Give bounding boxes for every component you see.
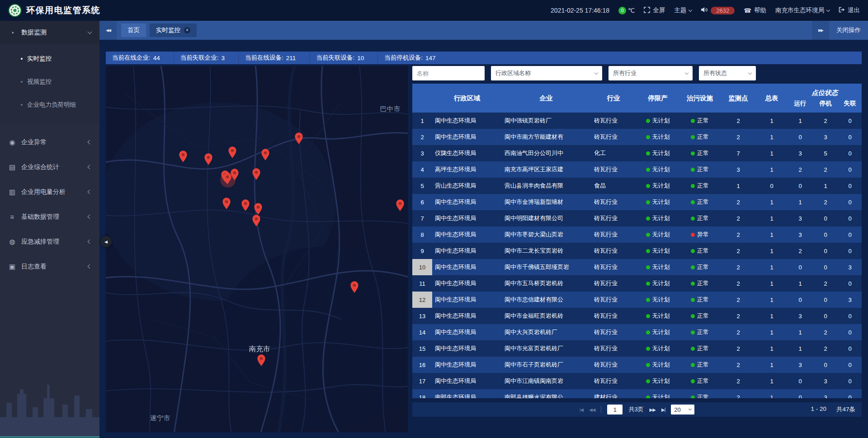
chevron-left-icon	[88, 190, 92, 194]
tab-0[interactable]: 首页	[121, 24, 146, 37]
table-row[interactable]: 7阆中生态环境局阆中明阳建材有限公司砖瓦行业无计划正常21300	[412, 210, 862, 226]
stat-item: 当前失联设备:10	[309, 52, 377, 64]
sidebar-group-label: 企业异常	[21, 138, 88, 146]
status-filter-select[interactable]: 所有状态	[699, 66, 756, 80]
speaker-icon	[701, 7, 708, 14]
chevron-down-icon	[689, 8, 692, 11]
header-company: 企业	[502, 94, 590, 103]
table-row[interactable]: 15阆中生态环境局阆中市光富页岩机砖厂砖瓦行业无计划正常21120	[412, 340, 862, 357]
sidebar-item-2[interactable]: 企业电力负荷明细	[0, 93, 99, 116]
table-row[interactable]: 16阆中生态环境局阆中市石子页岩机砖厂砖瓦行业无计划正常21300	[412, 357, 862, 373]
sidebar-group-3[interactable]: ▥企业用电量分析	[0, 179, 99, 204]
table-row[interactable]: 13阆中生态环境局阆中市金福旺页岩机砖砖瓦行业无计划正常21300	[412, 308, 862, 324]
limit-status-dot	[646, 200, 650, 204]
table-header: 行政区域 企业 行业 停限产 治污设施 监测点 总表 点位状态 运行 停机	[412, 84, 862, 113]
sidebar-menu: ◔数据监测实时监控视频监控企业电力负荷明细◉企业异常▤企业综合统计▥企业用电量分…	[0, 21, 99, 279]
first-page-button[interactable]: |◀	[580, 407, 583, 412]
table-row[interactable]: 9阆中生态环境局阆中市二龙长宝页岩砖砖瓦行业无计划正常21200	[412, 243, 862, 259]
facility-status-dot	[691, 265, 695, 269]
facility-status-label: 正常	[697, 328, 709, 336]
scroll-tabs-right-button[interactable]: ▶▶	[812, 21, 829, 40]
facility-status-dot	[691, 347, 695, 351]
sidebar-group-6[interactable]: ▣日志查看	[0, 254, 99, 279]
industry-filter-select[interactable]: 所有行业	[609, 66, 693, 80]
limit-status-dot	[646, 347, 650, 351]
stat-value: 211	[286, 55, 296, 61]
table-row[interactable]: 2阆中生态环境局阆中市南方节能建材有砖瓦行业无计划正常21030	[412, 129, 862, 145]
theme-dropdown[interactable]: 主题	[674, 6, 692, 14]
facility-status-dot	[691, 151, 695, 155]
page-number-input[interactable]: 1	[607, 405, 623, 414]
tab-bar-right: ▶▶ 关闭操作	[812, 21, 868, 40]
limit-status-label: 无计划	[652, 344, 670, 353]
table-row[interactable]: 1阆中生态环境局阆中强锐页岩砖厂砖瓦行业无计划正常21120	[412, 113, 862, 129]
sidebar-group-4[interactable]: ≡基础数据管理	[0, 204, 99, 229]
map[interactable]: 巴中市南充市遂宁市	[106, 66, 408, 432]
app-title: 环保用电监管系统	[26, 5, 100, 16]
last-page-button[interactable]: ▶|	[661, 407, 665, 412]
limit-status-dot	[646, 168, 650, 172]
scroll-tabs-left-button[interactable]: ◀◀	[99, 21, 117, 40]
table-row[interactable]: 8阆中生态环境局阆中市枣碧大梁山页岩砖瓦行业无计划异常21300	[412, 226, 862, 243]
limit-status-label: 无计划	[652, 149, 670, 157]
table-row[interactable]: 3仪陇生态环境局西南油气田分公司川中化工无计划正常71350	[412, 145, 862, 161]
notice-button[interactable]: 2632	[701, 7, 735, 14]
page-size-value: 20	[674, 406, 680, 413]
sidebar-group-5[interactable]: ◍应急减排管理	[0, 229, 99, 254]
table-row[interactable]: 6阆中生态环境局阆中市金博瑞新型墙材砖瓦行业无计划正常21120	[412, 194, 862, 210]
sidebar-group-0[interactable]: ◔数据监测	[0, 21, 99, 44]
tab-label: 首页	[127, 26, 140, 34]
chevron-down-icon	[88, 30, 92, 34]
help-button[interactable]: ☎ 帮助	[744, 6, 766, 14]
header-point-status: 点位状态	[788, 89, 862, 97]
sidebar-item-1[interactable]: 视频监控	[0, 70, 99, 93]
tab-1[interactable]: 实时监控×	[150, 24, 197, 37]
org-label: 南充市生态环境局	[775, 6, 824, 14]
table-row[interactable]: 14阆中生态环境局阆中大兴页岩机砖厂砖瓦行业无计划正常21120	[412, 324, 862, 340]
facility-status-label: 正常	[697, 393, 709, 398]
table-row[interactable]: 12阆中生态环境局阆中市忠信建材有限公砖瓦行业无计划正常21003	[412, 292, 862, 308]
region-filter-value: 行政区域名称	[495, 69, 531, 77]
total-pages-label: 共3页	[628, 405, 643, 414]
prev-page-button[interactable]: ◀◀	[589, 407, 595, 412]
name-filter-input[interactable]	[412, 66, 485, 80]
sidebar-group-2[interactable]: ▤企业综合统计	[0, 155, 99, 179]
sidebar-group-label: 企业综合统计	[21, 163, 88, 171]
next-page-button[interactable]: ▶▶	[650, 407, 656, 412]
table-row[interactable]: 10阆中生态环境局阆中市千佛镇五郎垭页岩砖瓦行业无计划正常21003	[412, 259, 862, 275]
table-row[interactable]: 18南部生态环境局南部县雄狮水泥有限公建材行业无计划正常21030	[412, 389, 862, 398]
top-header: 环保用电监管系统 2021-02-25 17:46:18 0 ℃ 全屏 主题	[0, 0, 868, 21]
stat-label: 当前停机设备:	[384, 54, 423, 62]
logout-button[interactable]: 退出	[839, 6, 860, 14]
table-row[interactable]: 11阆中生态环境局阆中市五马桥页岩机砖砖瓦行业无计划正常21120	[412, 275, 862, 292]
header-lost: 失联	[838, 99, 862, 108]
table-row[interactable]: 4高坪生态环境局南充市高坪区王家店建砖瓦行业无计划正常31220	[412, 161, 862, 178]
limit-status-dot	[646, 233, 650, 237]
limit-status-label: 无计划	[652, 296, 670, 304]
limit-status-dot	[646, 282, 650, 286]
sidebar-group-1[interactable]: ◉企业异常	[0, 130, 99, 155]
header-limit: 停限产	[637, 94, 679, 103]
facility-status-label: 正常	[697, 361, 709, 369]
limit-status-label: 无计划	[652, 393, 670, 398]
sidebar-group-label: 数据监测	[21, 28, 88, 37]
status-filter-value: 所有状态	[703, 69, 727, 77]
close-icon[interactable]: ×	[184, 27, 190, 33]
collapse-map-button[interactable]: ◀	[100, 236, 112, 247]
region-filter-select[interactable]: 行政区域名称	[491, 66, 602, 80]
table-row[interactable]: 17阆中生态环境局阆中市江南镇阆南页岩砖瓦行业无计划正常21030	[412, 373, 862, 389]
page-size-select[interactable]: 20	[671, 405, 694, 414]
bullet-icon	[21, 104, 23, 106]
facility-status-label: 正常	[697, 247, 709, 255]
header-region: 行政区域	[432, 94, 502, 103]
org-dropdown[interactable]: 南充市生态环境局	[775, 6, 830, 14]
table-row[interactable]: 5营山生态环境局营山县润丰肉食品有限食品无计划正常10010	[412, 178, 862, 194]
temperature-indicator: 0 ℃	[618, 7, 635, 14]
stat-item: 当前在线企业:44	[106, 52, 174, 64]
pagination-summary: 1 - 20 共47条	[811, 405, 855, 414]
bullet-icon	[21, 81, 23, 83]
close-operations-button[interactable]: 关闭操作	[829, 26, 868, 34]
sidebar-item-0[interactable]: 实时监控	[0, 47, 99, 70]
fullscreen-button[interactable]: 全屏	[644, 6, 665, 14]
facility-status-dot	[691, 314, 695, 318]
